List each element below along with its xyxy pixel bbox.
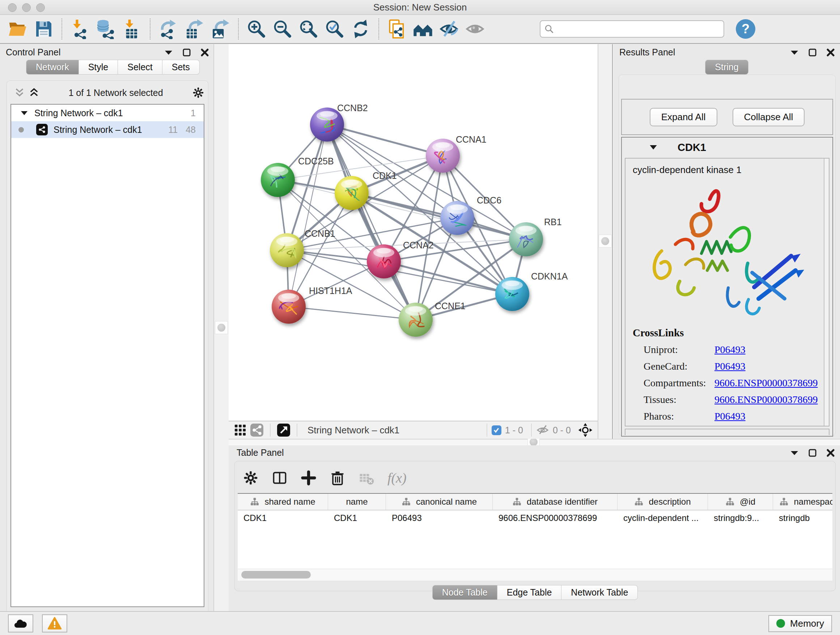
network-collection-row[interactable]: String Network – cdk1 1 <box>11 105 204 121</box>
cloud-status-button[interactable] <box>8 614 33 632</box>
tab-network-table[interactable]: Network Table <box>561 585 638 600</box>
string-import-button[interactable] <box>385 17 409 41</box>
search-box[interactable] <box>540 20 724 38</box>
right-splitter-handle[interactable] <box>599 234 612 248</box>
save-session-button[interactable] <box>32 17 56 41</box>
column-header-@id[interactable]: @id <box>708 494 773 510</box>
add-column-plus-icon[interactable] <box>301 470 317 486</box>
crosslink-link[interactable]: 9606.ENSP00000378699 <box>714 377 818 389</box>
help-button[interactable]: ? <box>736 19 755 39</box>
function-builder-icon[interactable]: f(x) <box>387 470 407 486</box>
delete-table-icon[interactable] <box>358 470 374 486</box>
zoom-out-button[interactable] <box>271 17 294 41</box>
zoom-fit-button[interactable] <box>297 17 321 41</box>
panel-close-icon[interactable] <box>826 448 835 457</box>
export-table-button[interactable] <box>182 17 206 41</box>
cell-canonical-name[interactable]: P06493 <box>386 513 493 523</box>
import-database-button[interactable] <box>94 17 118 41</box>
zoom-in-button[interactable] <box>245 17 268 41</box>
column-header-name[interactable]: name <box>328 494 386 510</box>
left-splitter[interactable] <box>213 44 229 611</box>
home-layouts-button[interactable] <box>411 17 435 41</box>
column-header-canonical-name[interactable]: canonical name <box>386 494 493 510</box>
table-options-gear-icon[interactable] <box>243 470 259 486</box>
expand-all-chevron-icon[interactable] <box>28 87 39 98</box>
hide-panel-eye-button[interactable] <box>437 17 461 41</box>
zoom-selected-button[interactable] <box>323 17 347 41</box>
memory-button[interactable]: Memory <box>768 615 832 632</box>
cell-namespace[interactable]: stringdb <box>773 513 832 523</box>
collapse-caret-icon[interactable] <box>649 145 657 150</box>
grid-view-button[interactable] <box>232 422 248 438</box>
crosslink-link[interactable]: 9606.ENSP00000378699 <box>714 394 818 405</box>
cell-@id[interactable]: stringdb:9... <box>708 513 773 523</box>
birdseye-toggle-button[interactable] <box>248 422 265 438</box>
tab-network[interactable]: Network <box>26 60 79 74</box>
collapse-all-chevron-icon[interactable] <box>14 87 25 98</box>
node-CDK1[interactable] <box>335 176 369 210</box>
node-CDKN1A[interactable] <box>495 277 529 311</box>
delete-column-trash-icon[interactable] <box>330 470 346 486</box>
close-window-button[interactable] <box>8 3 17 12</box>
hscrollbar-thumb[interactable] <box>241 571 311 578</box>
panel-close-icon[interactable] <box>826 48 835 57</box>
export-image-button[interactable] <box>208 17 232 41</box>
import-table-button[interactable] <box>120 17 144 41</box>
panel-float-icon[interactable] <box>182 48 191 57</box>
search-input[interactable] <box>554 24 720 35</box>
panel-close-icon[interactable] <box>201 48 209 57</box>
network-canvas[interactable]: CCNB2CCNA1CDC25BCDK1CDC6RB1CCNB1CCNA2CDK… <box>229 44 598 421</box>
cell-database-identifier[interactable]: 9606.ENSP00000378699 <box>493 513 617 523</box>
crosslink-link[interactable]: P06493 <box>714 361 745 372</box>
open-in-window-button[interactable] <box>275 422 292 438</box>
right-splitter[interactable] <box>598 44 615 439</box>
tab-style[interactable]: Style <box>79 60 118 74</box>
tab-string[interactable]: String <box>705 60 748 74</box>
collapse-all-button[interactable]: Collapse All <box>733 108 805 126</box>
node-CDC25B[interactable] <box>261 163 295 197</box>
cell-shared-name[interactable]: CDK1 <box>238 513 328 523</box>
edge-HIST1H1A-CCNE1[interactable] <box>289 307 416 320</box>
node-RB1[interactable] <box>509 222 543 256</box>
network-options-gear-icon[interactable] <box>192 87 204 99</box>
tab-sets[interactable]: Sets <box>163 60 200 74</box>
open-session-button[interactable] <box>6 17 30 41</box>
presentation-eye-button[interactable] <box>463 17 487 41</box>
panel-menu-caret-icon[interactable] <box>790 50 799 55</box>
zoom-window-button[interactable] <box>36 3 45 12</box>
tab-node-table[interactable]: Node Table <box>432 585 497 600</box>
tree-expand-caret-icon[interactable] <box>21 111 28 116</box>
node-CCNA2[interactable] <box>367 244 401 279</box>
warning-status-button[interactable] <box>42 614 67 632</box>
tab-select[interactable]: Select <box>118 60 162 74</box>
crosslink-link[interactable]: P06493 <box>714 344 745 356</box>
node-CDC6[interactable] <box>440 201 474 235</box>
column-header-description[interactable]: description <box>617 494 708 510</box>
cell-description[interactable]: cyclin-dependent ... <box>617 513 708 523</box>
table-row[interactable]: CDK1CDK1P064939606.ENSP00000378699cyclin… <box>238 510 832 526</box>
crosslink-link[interactable]: P06493 <box>714 410 745 422</box>
tab-edge-table[interactable]: Edge Table <box>497 585 562 600</box>
expand-all-button[interactable]: Expand All <box>650 108 717 126</box>
results-scrollbar[interactable] <box>824 158 829 426</box>
cell-name[interactable]: CDK1 <box>328 513 386 523</box>
node-CCNE1[interactable] <box>399 302 433 337</box>
column-header-namespace[interactable]: namespace <box>773 494 832 510</box>
protein-card-header[interactable]: CDK1 <box>622 138 832 157</box>
show-columns-icon[interactable] <box>272 470 287 486</box>
node-HIST1H1A[interactable] <box>272 290 306 324</box>
export-network-button[interactable] <box>156 17 180 41</box>
node-CCNB1[interactable] <box>270 233 304 267</box>
panel-float-icon[interactable] <box>808 48 817 57</box>
left-splitter-handle[interactable] <box>215 321 228 334</box>
column-header-database-identifier[interactable]: database identifier <box>493 494 617 510</box>
panel-float-icon[interactable] <box>808 448 817 457</box>
edge-CCNB2-HIST1H1A[interactable] <box>289 125 327 307</box>
panel-menu-caret-icon[interactable] <box>790 450 799 455</box>
selected-nodes-checkbox[interactable] <box>492 425 501 435</box>
import-network-button[interactable] <box>68 17 92 41</box>
refresh-view-button[interactable] <box>349 17 373 41</box>
panel-menu-caret-icon[interactable] <box>164 50 173 55</box>
table-hscrollbar[interactable] <box>238 569 832 581</box>
minimize-window-button[interactable] <box>22 3 31 12</box>
